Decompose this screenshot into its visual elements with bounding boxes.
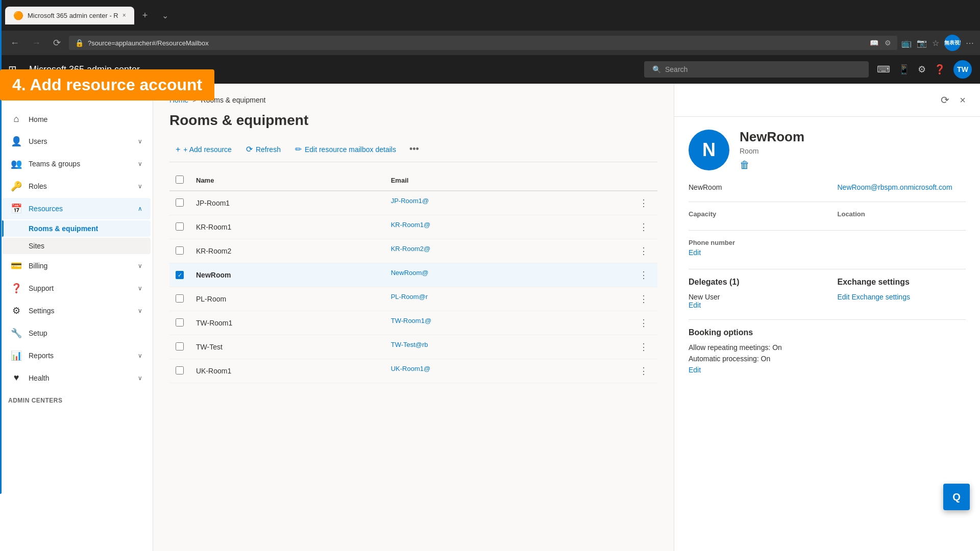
- detail-field-location: Location: [838, 210, 966, 220]
- more-options-button[interactable]: •••: [404, 141, 424, 158]
- browser-user-avatar[interactable]: 無表視窗: [944, 35, 961, 51]
- setup-icon: 🔧: [10, 328, 22, 339]
- rooms-table: Name Email JP-Room1 JP-Room1@ ⋮ KR-Room1: [169, 170, 657, 383]
- allow-repeating-value: Allow repeating meetings: On: [689, 343, 966, 352]
- refresh-button[interactable]: ⟳ Refresh: [240, 141, 287, 157]
- row-more-icon[interactable]: ⋮: [636, 268, 651, 282]
- sidebar-item-setup-label: Setup: [29, 329, 142, 337]
- sidebar-item-teams-groups[interactable]: 👥 Teams & groups ∨: [2, 153, 151, 174]
- cast-icon[interactable]: 📺: [901, 38, 912, 48]
- sidebar-item-setup[interactable]: 🔧 Setup: [2, 322, 151, 344]
- row-checkbox[interactable]: [176, 294, 184, 303]
- detail-body: NewRoom NewRoom@rbspm.onmicrosoft.com Ca…: [674, 183, 980, 398]
- table-row[interactable]: KR-Room1 KR-Room1@ ⋮: [169, 215, 657, 239]
- row-checkbox[interactable]: [176, 222, 184, 231]
- table-row[interactable]: KR-Room2 KR-Room2@ ⋮: [169, 239, 657, 263]
- row-checkbox[interactable]: [176, 366, 184, 374]
- detail-profile: N NewRoom Room 🗑: [674, 117, 980, 183]
- q-button[interactable]: Q: [943, 484, 970, 510]
- sidebar-item-support[interactable]: ❓ Support ∨: [2, 278, 151, 299]
- detail-avatar: N: [689, 130, 729, 170]
- mobile-icon[interactable]: 📱: [898, 64, 910, 75]
- edit-mailbox-button[interactable]: ✏ Edit resource mailbox details: [289, 141, 402, 157]
- settings-icon[interactable]: ⚙: [885, 39, 891, 47]
- capacity-label: Capacity: [689, 210, 817, 218]
- sidebar-item-resources-label: Resources: [29, 205, 132, 213]
- select-all-checkbox[interactable]: [176, 176, 184, 184]
- edit-booking-link[interactable]: Edit: [689, 366, 701, 374]
- teams-icon: 👥: [10, 158, 22, 169]
- edit-phone-link[interactable]: Edit: [689, 248, 701, 257]
- table-row[interactable]: TW-Test TW-Test@rb ⋮: [169, 335, 657, 359]
- table-row[interactable]: PL-Room PL-Room@r ⋮: [169, 287, 657, 311]
- edit-icon: ✏: [295, 144, 302, 154]
- row-checkbox[interactable]: [176, 318, 184, 327]
- sidebar-item-reports[interactable]: 📊 Reports ∨: [2, 345, 151, 366]
- divider-1: [689, 202, 966, 202]
- favorites-icon[interactable]: ☆: [932, 38, 939, 48]
- detail-capacity-location-row: Capacity Location: [689, 210, 966, 220]
- detail-display-name: NewRoom: [740, 129, 804, 145]
- detail-delete-icon[interactable]: 🗑: [740, 159, 804, 171]
- active-tab[interactable]: 🟠 Microsoft 365 admin center - R ×: [5, 7, 134, 24]
- col-name-header: Name: [190, 170, 385, 191]
- detail-field-capacity: Capacity: [689, 210, 817, 220]
- forward-button[interactable]: →: [28, 36, 45, 51]
- search-box[interactable]: 🔍 Search: [644, 61, 869, 78]
- user-avatar[interactable]: TW: [953, 60, 972, 79]
- add-resource-button[interactable]: + + Add resource: [169, 142, 238, 157]
- address-bar[interactable]: 🔒 ?source=applauncher#/ResourceMailbox 📖…: [69, 36, 897, 50]
- back-button[interactable]: ←: [6, 36, 23, 51]
- sidebar-item-health[interactable]: ♥ Health ∨: [2, 367, 151, 388]
- sidebar-sub-item-sites[interactable]: Sites: [2, 238, 151, 254]
- tab-close-icon[interactable]: ×: [122, 12, 126, 19]
- sidebar-item-teams-label: Teams & groups: [29, 160, 132, 168]
- sidebar-item-home[interactable]: ⌂ Home: [2, 109, 151, 130]
- table-row[interactable]: ✓ NewRoom NewRoom@ ⋮: [169, 263, 657, 287]
- sidebar-item-resources[interactable]: 📅 Resources ∧: [2, 198, 151, 219]
- table-row[interactable]: UK-Room1 UK-Room1@ ⋮: [169, 359, 657, 383]
- content-area: Home > Rooms & equipment Rooms & equipme…: [153, 84, 980, 551]
- table-row[interactable]: JP-Room1 JP-Room1@ ⋮: [169, 191, 657, 215]
- new-tab-button[interactable]: +: [138, 8, 152, 23]
- detail-refresh-button[interactable]: ⟳: [937, 92, 953, 108]
- admin-centers-label: Admin centers: [0, 389, 153, 408]
- row-checkbox[interactable]: ✓: [176, 271, 184, 279]
- sidebar-sub-item-rooms[interactable]: Rooms & equipment: [2, 220, 151, 237]
- browser-settings-icon[interactable]: ⋯: [966, 38, 974, 48]
- screenshot-icon[interactable]: 📷: [917, 38, 927, 48]
- detail-name-email-row: NewRoom NewRoom@rbspm.onmicrosoft.com: [689, 183, 966, 191]
- row-more-icon[interactable]: ⋮: [636, 364, 651, 378]
- row-checkbox[interactable]: [176, 342, 184, 350]
- sidebar-item-roles[interactable]: 🔑 Roles ∨: [2, 176, 151, 197]
- edit-delegates-link[interactable]: Edit: [689, 301, 701, 309]
- sidebar-item-billing[interactable]: 💳 Billing ∨: [2, 255, 151, 277]
- command-icon[interactable]: ⌨: [877, 64, 890, 75]
- exchange-settings-title: Exchange settings: [838, 278, 966, 287]
- row-more-icon[interactable]: ⋮: [636, 244, 651, 258]
- sidebar-item-settings[interactable]: ⚙ Settings ∨: [2, 300, 151, 321]
- detail-delegates-row: Delegates (1) New User Edit Exchange set…: [689, 278, 966, 309]
- help-icon[interactable]: ❓: [934, 64, 945, 75]
- settings-gear-icon[interactable]: ⚙: [918, 64, 926, 75]
- row-more-icon[interactable]: ⋮: [636, 220, 651, 234]
- sidebar-item-billing-label: Billing: [29, 262, 132, 270]
- row-checkbox[interactable]: [176, 198, 184, 207]
- reader-mode-icon[interactable]: 📖: [870, 39, 878, 47]
- row-more-icon[interactable]: ⋮: [636, 196, 651, 210]
- billing-icon: 💳: [10, 260, 22, 271]
- detail-close-button[interactable]: ×: [955, 92, 970, 108]
- row-name: NewRoom: [190, 263, 385, 287]
- row-more-icon[interactable]: ⋮: [636, 316, 651, 330]
- refresh-button[interactable]: ⟳: [49, 35, 65, 51]
- row-more-icon[interactable]: ⋮: [636, 292, 651, 306]
- tab-overflow-button[interactable]: ⌄: [158, 9, 173, 22]
- row-more-icon[interactable]: ⋮: [636, 340, 651, 354]
- sidebar-item-users[interactable]: 👤 Users ∨: [2, 131, 151, 152]
- row-email: PL-Room@r ⋮: [385, 287, 657, 311]
- row-checkbox[interactable]: [176, 246, 184, 255]
- table-row[interactable]: TW-Room1 TW-Room1@ ⋮: [169, 311, 657, 335]
- row-email: NewRoom@ ⋮: [385, 263, 657, 287]
- edit-exchange-link[interactable]: Edit Exchange settings: [838, 293, 910, 301]
- settings-icon: ⚙: [10, 305, 22, 316]
